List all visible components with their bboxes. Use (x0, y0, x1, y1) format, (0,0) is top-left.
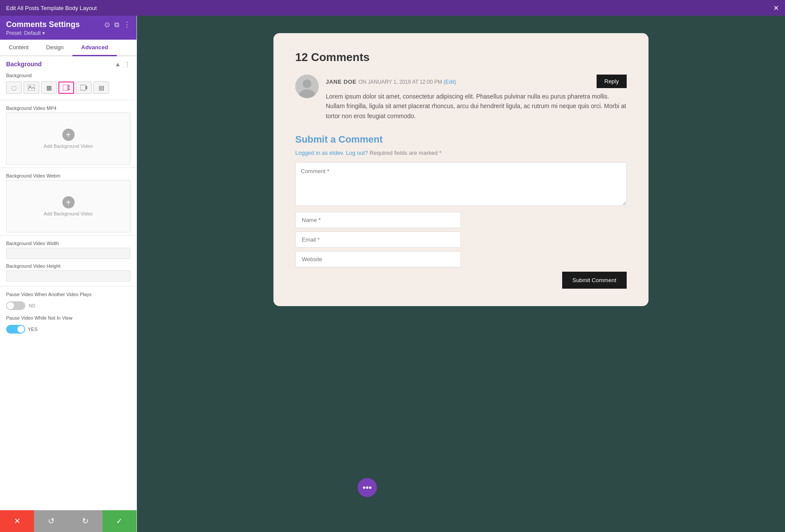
required-text: Required fields are marked * (369, 150, 441, 156)
redo-button[interactable]: ↻ (68, 510, 102, 532)
bg-type-row: ◌ ▦ ▤ (0, 80, 137, 97)
upload-plus-icon-webm[interactable]: + (62, 196, 75, 208)
bg-type-pattern[interactable]: ▤ (93, 82, 109, 94)
comment-author: JANE DOE (326, 78, 356, 85)
undo-icon: ↺ (48, 516, 55, 526)
divider-4 (0, 286, 137, 286)
tab-advanced[interactable]: Advanced (72, 40, 117, 56)
svg-point-6 (303, 79, 311, 88)
save-button[interactable]: ✓ (102, 510, 137, 532)
svg-point-7 (299, 89, 315, 98)
bg-video-height-label: Background Video Height (0, 261, 137, 270)
cancel-button[interactable]: ✕ (0, 510, 34, 532)
svg-rect-4 (80, 85, 85, 90)
section-title: Background (6, 61, 42, 68)
comment-body: JANE DOE ON JANUARY 1, 2019 AT 12:00 PM … (326, 75, 627, 121)
email-input[interactable] (295, 232, 461, 248)
bg-type-video[interactable] (58, 82, 74, 94)
upload-plus-icon-mp4[interactable]: + (62, 129, 75, 141)
svg-marker-3 (68, 85, 70, 90)
tab-content[interactable]: Content (0, 40, 38, 56)
comment-item: JANE DOE ON JANUARY 1, 2019 AT 12:00 PM … (295, 75, 627, 121)
submit-title: Submit a Comment (295, 134, 627, 145)
bg-type-image[interactable] (24, 82, 39, 94)
svg-rect-2 (63, 85, 68, 91)
login-link[interactable]: Logged in as etdev. (295, 150, 345, 156)
pause-when-another-thumb (7, 302, 14, 309)
submit-comment-button[interactable]: Submit Comment (562, 272, 627, 289)
pause-while-not-thumb (17, 326, 24, 333)
bg-video-mp4-upload[interactable]: + Add Background Video (6, 113, 130, 165)
pause-when-another-toggle[interactable] (6, 301, 25, 310)
top-bar-title: Edit All Posts Template Body Layout (6, 5, 97, 11)
bottom-toolbar: ✕ ↺ ↻ ✓ (0, 510, 137, 532)
form-fields (295, 212, 627, 267)
avatar-icon (295, 75, 319, 98)
name-input[interactable] (295, 212, 461, 228)
avatar (295, 75, 319, 98)
login-line: Logged in as etdev. Log out? Required fi… (295, 150, 627, 156)
bg-video-height-input[interactable] (6, 270, 130, 282)
panel-icon-1[interactable]: ⊙ (104, 20, 110, 29)
reply-button[interactable]: Reply (597, 75, 627, 88)
bg-type-none[interactable]: ◌ (6, 82, 22, 94)
pause-when-another-label: Pause Video When Another Video Plays (0, 289, 137, 299)
comments-title: 12 Comments (295, 51, 627, 64)
pause-when-another-no: NO (29, 304, 35, 308)
comment-meta: JANE DOE ON JANUARY 1, 2019 AT 12:00 PM … (326, 75, 627, 88)
cancel-icon: ✕ (14, 516, 20, 526)
undo-button[interactable]: ↺ (34, 510, 68, 532)
bg-video-webm-upload[interactable]: + Add Background Video (6, 180, 130, 232)
tab-design[interactable]: Design (38, 40, 72, 56)
bg-video-mp4-label: Background Video MP4 (0, 103, 137, 113)
main-layout: Comments Settings ⊙ ⧉ ⋮ Preset: Default … (0, 16, 785, 532)
left-panel: Comments Settings ⊙ ⧉ ⋮ Preset: Default … (0, 16, 137, 532)
bg-type-gradient[interactable]: ▦ (41, 82, 57, 94)
pause-when-another-row: NO (0, 299, 137, 313)
bg-video-mp4-placeholder: Add Background Video (44, 143, 92, 149)
submit-row: Submit Comment (295, 272, 627, 289)
close-icon[interactable]: ✕ (773, 4, 779, 12)
divider-3 (0, 235, 137, 235)
pause-while-not-row: YES (0, 322, 137, 336)
panel-title: Comments Settings (6, 20, 80, 29)
section-controls: ▲ ⋮ (115, 61, 130, 68)
floating-dots-button[interactable]: ••• (358, 478, 377, 497)
panel-icon-3[interactable]: ⋮ (123, 20, 130, 29)
svg-rect-5 (86, 86, 87, 89)
comment-author-row: JANE DOE ON JANUARY 1, 2019 AT 12:00 PM … (326, 78, 456, 85)
panel-icon-2[interactable]: ⧉ (114, 21, 119, 29)
bg-type-slideshow[interactable] (76, 82, 92, 94)
panel-header-icons: ⊙ ⧉ ⋮ (104, 20, 130, 29)
website-input[interactable] (295, 251, 461, 267)
pause-while-not-yes: YES (28, 327, 38, 332)
comment-date: ON JANUARY 1, 2019 AT 12:00 PM (Edit) (358, 79, 456, 85)
section-header: Background ▲ ⋮ (0, 56, 137, 70)
submit-section: Submit a Comment Logged in as etdev. Log… (295, 134, 627, 289)
panel-header: Comments Settings ⊙ ⧉ ⋮ Preset: Default … (0, 16, 137, 40)
pause-while-not-label: Pause Video While Not In View (0, 313, 137, 322)
background-label: Background (0, 70, 137, 80)
comment-edit-link[interactable]: (Edit) (444, 79, 456, 85)
comment-text: Lorem ipsum dolor sit amet, consectetur … (326, 92, 627, 121)
pause-while-not-toggle[interactable] (6, 325, 25, 334)
panel-header-row: Comments Settings ⊙ ⧉ ⋮ (6, 20, 130, 29)
divider-1 (0, 100, 137, 100)
logout-link[interactable]: Log out? (346, 150, 368, 156)
right-content: 12 Comments JANE DOE ON JANUARY 1, 2019 … (137, 16, 785, 532)
bg-video-webm-placeholder: Add Background Video (44, 211, 92, 216)
panel-content: Background ▲ ⋮ Background ◌ ▦ (0, 56, 137, 510)
comments-card: 12 Comments JANE DOE ON JANUARY 1, 2019 … (273, 33, 648, 306)
bg-video-width-label: Background Video Width (0, 238, 137, 248)
section-menu-icon[interactable]: ⋮ (124, 61, 130, 68)
panel-preset[interactable]: Preset: Default ▾ (6, 30, 130, 36)
tabs: Content Design Advanced (0, 40, 137, 56)
bg-video-width-input[interactable] (6, 248, 130, 259)
save-icon: ✓ (116, 516, 123, 526)
redo-icon: ↻ (82, 516, 89, 526)
bg-video-webm-label: Background Video Webm (0, 171, 137, 180)
divider-2 (0, 167, 137, 168)
collapse-icon[interactable]: ▲ (115, 61, 121, 68)
top-bar: Edit All Posts Template Body Layout ✕ (0, 0, 785, 16)
comment-textarea[interactable] (295, 162, 627, 206)
